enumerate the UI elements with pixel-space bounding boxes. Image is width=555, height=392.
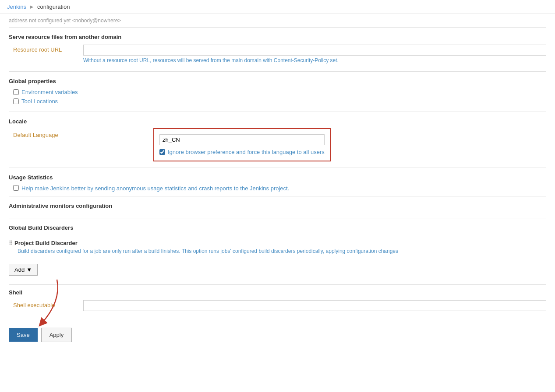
drag-handle-icon: ⠿ xyxy=(9,240,12,246)
default-language-label: Default Language xyxy=(13,129,83,138)
global-properties-title: Global properties xyxy=(9,78,546,84)
ignore-browser-label[interactable]: Ignore browser preference and force this… xyxy=(168,149,325,155)
resource-root-url-label: Resource root URL xyxy=(13,45,83,53)
resource-root-url-control: Without a resource root URL, resources w… xyxy=(83,45,546,63)
tool-locations-checkbox[interactable] xyxy=(13,98,19,104)
ignore-browser-row: Ignore browser preference and force this… xyxy=(159,149,325,155)
env-variables-label[interactable]: Environment variables xyxy=(21,89,78,95)
admin-monitors-section: Administrative monitors configuration xyxy=(9,196,546,218)
project-build-discarder: ⠿ Project Build Discarder Build discarde… xyxy=(9,235,546,257)
default-language-input[interactable] xyxy=(159,134,325,145)
usage-statistics-title: Usage Statistics xyxy=(9,174,546,181)
top-notice: address not configured yet <nobody@nowhe… xyxy=(9,14,546,28)
admin-monitors-title: Administrative monitors configuration xyxy=(9,203,546,209)
usage-statistics-checkbox[interactable] xyxy=(13,185,19,191)
usage-statistics-row: Help make Jenkins better by sending anon… xyxy=(9,185,546,192)
locale-title: Locale xyxy=(9,118,546,125)
shell-executable-row: Shell executable xyxy=(9,300,546,311)
global-build-title: Global Build Discarders xyxy=(9,224,546,231)
default-language-row: Default Language Ignore browser preferen… xyxy=(9,129,546,161)
shell-section: Shell Shell executable xyxy=(9,285,546,319)
jenkins-link[interactable]: Jenkins xyxy=(7,4,26,10)
locale-box: Ignore browser preference and force this… xyxy=(153,128,331,161)
tool-locations-row: Tool Locations xyxy=(9,98,546,105)
env-variables-checkbox[interactable] xyxy=(13,89,19,95)
shell-executable-control xyxy=(83,300,546,311)
tool-locations-label[interactable]: Tool Locations xyxy=(21,98,58,105)
resource-root-url-help: Without a resource root URL, resources w… xyxy=(83,57,546,63)
project-build-discarder-desc: Build discarders configured for a job ar… xyxy=(9,248,546,254)
shell-executable-label: Shell executable xyxy=(13,300,83,308)
locale-section: Locale Default Language Ignore browser p… xyxy=(9,112,546,168)
save-button[interactable]: Save xyxy=(9,328,38,342)
env-variables-row: Environment variables xyxy=(9,89,546,95)
page-title: configuration xyxy=(37,4,70,10)
ignore-browser-checkbox[interactable] xyxy=(159,149,165,155)
add-button[interactable]: Add ▼ xyxy=(9,264,38,276)
shell-title: Shell xyxy=(9,289,546,296)
resource-root-url-row: Resource root URL Without a resource roo… xyxy=(9,45,546,63)
dropdown-arrow-icon: ▼ xyxy=(26,266,32,273)
global-build-section: Global Build Discarders ⠿ Project Build … xyxy=(9,218,546,285)
apply-button[interactable]: Apply xyxy=(41,328,72,342)
serve-resource-title: Serve resource files from another domain xyxy=(9,34,546,40)
action-row: Save Apply xyxy=(9,328,546,342)
breadcrumb: Jenkins ► configuration xyxy=(0,0,555,14)
serve-resource-section: Serve resource files from another domain… xyxy=(9,28,546,72)
usage-statistics-section: Usage Statistics Help make Jenkins bette… xyxy=(9,168,546,196)
shell-executable-input[interactable] xyxy=(83,300,546,311)
project-build-discarder-title: ⠿ Project Build Discarder xyxy=(9,240,546,246)
global-properties-section: Global properties Environment variables … xyxy=(9,72,546,112)
usage-statistics-label[interactable]: Help make Jenkins better by sending anon… xyxy=(21,185,289,192)
resource-root-url-input[interactable] xyxy=(83,45,546,56)
breadcrumb-separator: ► xyxy=(29,4,35,10)
